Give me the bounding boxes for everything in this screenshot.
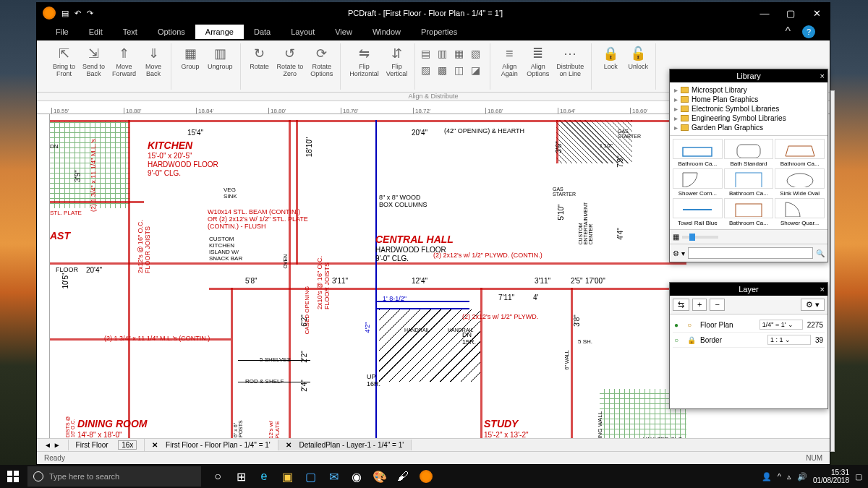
grid-view-icon[interactable]: ▦ <box>673 233 679 241</box>
scrollbar-v[interactable] <box>830 90 835 452</box>
explorer-icon[interactable]: ▣ <box>276 465 298 488</box>
library-folder[interactable]: ▸Engineering Symbol Libraries <box>673 114 825 123</box>
library-item[interactable]: Bathroom Ca... <box>775 139 825 167</box>
edge-icon[interactable]: e <box>253 465 275 488</box>
ribbon-align-again[interactable]: ≡Align Again <box>496 43 522 80</box>
library-panel[interactable]: Library× ▸Microspot Library▸Home Plan Gr… <box>669 69 828 262</box>
ribbon-collapse-icon[interactable]: ^ <box>785 25 791 38</box>
svg-rect-5 <box>736 204 762 216</box>
store-icon[interactable]: ▢ <box>299 465 321 488</box>
people-icon[interactable]: 👤 <box>762 472 772 481</box>
ribbon-move-back[interactable]: ⇓Move Back <box>140 43 166 80</box>
library-item[interactable]: Sink Wide Oval <box>775 168 825 197</box>
library-search[interactable] <box>688 247 813 259</box>
paint-icon[interactable]: 🎨 <box>369 465 391 488</box>
taskview-icon[interactable]: ⊞ <box>230 465 252 488</box>
library-folder[interactable]: ▸Garden Plan Graphics <box>673 123 825 132</box>
menu-window[interactable]: Window <box>362 25 411 39</box>
menu-view[interactable]: View <box>325 25 362 39</box>
menu-text[interactable]: Text <box>113 25 148 39</box>
library-item[interactable]: Bathroom Ca... <box>724 168 774 197</box>
start-button[interactable] <box>0 465 26 488</box>
label-study: STUDY <box>484 418 518 429</box>
taskbar-clock[interactable]: 15:3101/08/2018 <box>813 468 849 484</box>
layer-merge-button[interactable]: ⇆ <box>673 299 689 311</box>
ribbon-flip-horizontal[interactable]: ⇋Flip Horizontal <box>346 43 382 80</box>
menu-properties[interactable]: Properties <box>411 25 467 39</box>
library-folder[interactable]: ▸Electronic Symbol Libraries <box>673 104 825 114</box>
ribbon-group[interactable]: ▦Group <box>177 43 203 72</box>
close-button[interactable]: ✕ <box>804 3 830 23</box>
align-icon-6[interactable]: ◫ <box>454 64 469 76</box>
ribbon-rotate-to-zero[interactable]: ↺Rotate to Zero <box>274 43 307 80</box>
ribbon-ungroup[interactable]: ▥Ungroup <box>205 43 236 72</box>
library-folder[interactable]: ▸Home Plan Graphics <box>673 95 825 104</box>
align-icon-5[interactable]: ▩ <box>438 64 452 76</box>
thumb-size-slider[interactable] <box>682 236 718 239</box>
align-icon-1[interactable]: ▥ <box>438 48 452 59</box>
layer-settings-button[interactable]: ⚙ ▾ <box>801 299 825 311</box>
menu-layout[interactable]: Layout <box>281 25 325 39</box>
network-icon[interactable]: ▵ <box>787 472 791 481</box>
ribbon-lock[interactable]: 🔒Lock <box>597 43 624 72</box>
svg-rect-0 <box>683 147 712 156</box>
sheet-tab[interactable]: ✕ DetailedPlan - Layer-1 - 1/4" = 1' <box>278 440 412 450</box>
mail-icon[interactable]: ✉ <box>323 465 344 488</box>
align-icon-2[interactable]: ▦ <box>454 48 469 59</box>
tab-nav[interactable]: ◄ ► <box>37 440 69 450</box>
menu-options[interactable]: Options <box>148 25 195 39</box>
align-icon-4[interactable]: ▨ <box>421 64 435 76</box>
library-item[interactable]: Towel Rail Blue <box>673 198 723 226</box>
layer-row[interactable]: ●○Floor Plan1/4" = 1' ⌄2275 <box>673 317 825 333</box>
ribbon-distribute-on-line[interactable]: ⋯Distribute on Line <box>553 43 587 80</box>
menu-edit[interactable]: Edit <box>79 25 113 39</box>
library-item[interactable]: Bathroom Ca... <box>724 198 774 226</box>
pcdraft-icon[interactable] <box>415 465 437 488</box>
align-icon-3[interactable]: ▧ <box>471 48 485 59</box>
library-folder[interactable]: ▸Microspot Library <box>673 85 825 95</box>
menu-data[interactable]: Data <box>244 25 281 39</box>
close-icon[interactable]: × <box>820 72 825 80</box>
notifications-icon[interactable]: ▢ <box>855 472 862 481</box>
help-button[interactable]: ? <box>802 25 815 38</box>
sheet-tab[interactable]: ✕ First Floor - Floor Plan - 1/4" = 1' <box>145 440 278 450</box>
qat-save-icon[interactable]: ▤ <box>61 9 69 18</box>
layer-remove-button[interactable]: − <box>710 299 724 311</box>
library-item[interactable]: Bath Standard <box>724 139 774 167</box>
search-icon[interactable]: 🔍 <box>816 249 825 257</box>
ribbon-send-to-back[interactable]: ⇲Send to Back <box>80 43 108 80</box>
menu-arrange[interactable]: Arrange <box>195 25 244 39</box>
chrome-icon[interactable]: ◉ <box>346 465 367 488</box>
align-icon-0[interactable]: ▤ <box>421 48 435 59</box>
sheet-tab[interactable]: First Floor 16x <box>69 439 145 451</box>
ribbon-align-options[interactable]: ≣Align Options <box>524 43 552 80</box>
library-tree[interactable]: ▸Microspot Library▸Home Plan Graphics▸El… <box>670 82 827 136</box>
menu-file[interactable]: File <box>46 25 79 39</box>
taskbar-search[interactable]: Type here to search <box>27 466 201 487</box>
volume-icon[interactable]: 🔊 <box>797 472 807 481</box>
app2-icon[interactable]: 🖌 <box>392 465 414 488</box>
ribbon-move-forward[interactable]: ⇑Move Forward <box>109 43 139 80</box>
ribbon-flip-vertical[interactable]: ⇵Flip Vertical <box>383 43 411 80</box>
library-item[interactable]: Shower Quar... <box>775 198 825 226</box>
label-kitchen: KITCHEN <box>148 140 192 151</box>
ribbon-bring-to-front[interactable]: ⇱Bring to Front <box>50 43 78 80</box>
qat-redo-icon[interactable]: ↷ <box>87 9 93 18</box>
library-item[interactable]: Bathroom Ca... <box>673 139 723 167</box>
qat-undo-icon[interactable]: ↶ <box>75 9 81 18</box>
settings-icon[interactable]: ⚙ ▾ <box>673 249 685 257</box>
library-item[interactable]: Shower Corn... <box>673 168 723 197</box>
ribbon-unlock[interactable]: 🔓Unlock <box>625 43 651 72</box>
layer-add-button[interactable]: + <box>692 299 707 311</box>
close-icon[interactable]: × <box>820 285 825 294</box>
minimize-button[interactable]: — <box>752 3 778 23</box>
align-icon-7[interactable]: ◪ <box>471 64 485 76</box>
cortana-icon[interactable]: ○ <box>207 465 229 488</box>
library-items[interactable]: Bathroom Ca...Bath StandardBathroom Ca..… <box>670 136 827 229</box>
ribbon-rotate[interactable]: ↻Rotate <box>247 43 273 72</box>
tray-chevron-icon[interactable]: ^ <box>778 472 781 481</box>
layer-panel[interactable]: Layer× ⇆ + − ⚙ ▾ ●○Floor Plan1/4" = 1' ⌄… <box>669 282 828 409</box>
maximize-button[interactable]: ▢ <box>778 3 804 23</box>
layer-row[interactable]: ○🔒Border1 : 1 ⌄39 <box>673 333 825 348</box>
ribbon-rotate-options[interactable]: ⟳Rotate Options <box>307 43 336 80</box>
